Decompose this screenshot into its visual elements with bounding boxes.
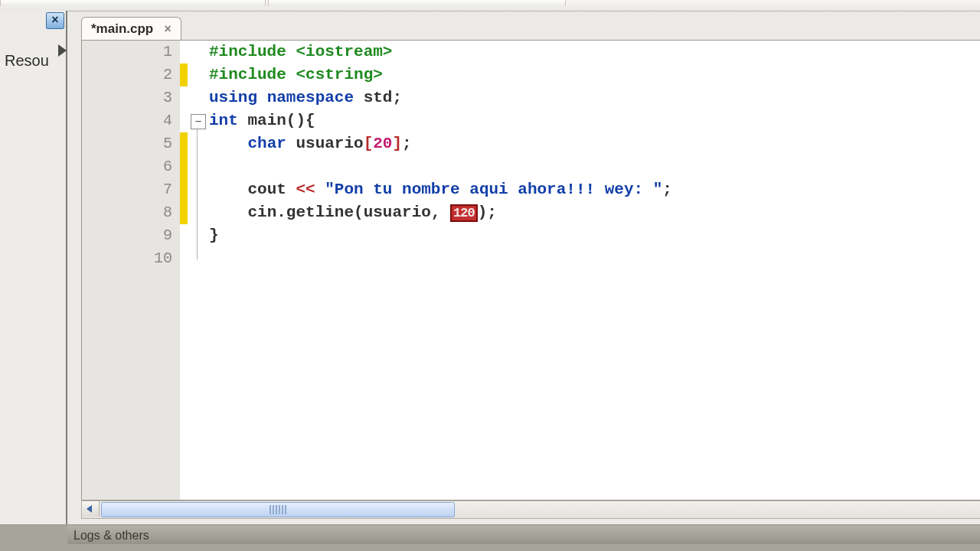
type-keyword: int	[209, 112, 247, 129]
code-editor[interactable]: 1 2 3 4 5 6 7 8 9 10 − #include <iostrea…	[81, 40, 980, 500]
resources-panel: × Resou	[0, 11, 67, 524]
bracket: ]	[392, 135, 402, 152]
brace: }	[209, 227, 219, 244]
line-number: 6	[142, 155, 172, 178]
logs-panel-header[interactable]	[67, 526, 980, 544]
identifier: cin	[247, 204, 276, 221]
code-content[interactable]: #include <iostream> #include <cstring> u…	[209, 41, 980, 500]
line-number-gutter: 1 2 3 4 5 6 7 8 9 10	[82, 41, 181, 500]
bracket: [	[364, 135, 374, 152]
preprocessor: #include	[209, 66, 296, 83]
resources-panel-label: Resou	[5, 52, 49, 70]
indent	[209, 204, 247, 221]
type-keyword: char	[247, 135, 296, 152]
fold-margin	[191, 41, 209, 500]
method-name: getline	[286, 204, 354, 221]
tab-main-cpp[interactable]: *main.cpp ×	[81, 17, 181, 41]
bottom-panel: Logs & others	[0, 524, 980, 551]
punct: ;	[402, 135, 412, 152]
fold-toggle[interactable]: −	[191, 114, 206, 129]
change-marker	[180, 64, 188, 86]
change-marker	[180, 132, 188, 224]
scroll-grip-icon	[270, 505, 286, 514]
keyword: using	[209, 89, 267, 106]
editor-tabbar: *main.cpp ×	[81, 17, 181, 40]
horizontal-scrollbar[interactable]	[81, 500, 980, 519]
tab-title: *main.cpp	[91, 21, 153, 36]
line-number: 3	[142, 86, 172, 109]
top-toolbar	[0, 0, 980, 11]
selected-text[interactable]: 120	[450, 204, 478, 222]
scroll-left-button[interactable]	[82, 501, 100, 517]
close-panel-button[interactable]: ×	[46, 12, 64, 29]
identifier: std	[364, 89, 393, 106]
toolbar-box	[0, 0, 266, 6]
include-header: <iostream>	[296, 43, 392, 60]
punct: .	[276, 204, 286, 221]
line-number: 9	[142, 224, 172, 247]
editor-area: *main.cpp × 1 2 3 4 5 6 7 8 9 10 − #incl…	[67, 11, 980, 524]
operator: <<	[296, 181, 325, 198]
change-margin	[180, 41, 191, 500]
line-number: 5	[142, 132, 172, 155]
args: (usuario,	[354, 204, 450, 221]
function-name: main	[247, 112, 286, 129]
scroll-thumb[interactable]	[101, 502, 455, 517]
line-number: 2	[142, 64, 172, 86]
expand-panel-icon[interactable]	[58, 44, 67, 57]
logs-panel-label: Logs & others	[74, 529, 149, 543]
line-number: 10	[142, 247, 172, 270]
punct: (){	[286, 112, 315, 129]
line-number: 8	[142, 201, 172, 224]
line-number: 7	[142, 178, 172, 201]
string-literal: "Pon tu nombre aqui ahora!!! wey: "	[325, 181, 662, 198]
fold-guide-line	[197, 129, 198, 259]
number-literal: 20	[373, 135, 392, 152]
line-number: 4	[142, 109, 172, 132]
indent	[209, 135, 247, 152]
indent	[209, 181, 247, 198]
toolbar-box	[268, 0, 566, 6]
include-header: <cstring>	[296, 66, 382, 83]
tab-close-button[interactable]: ×	[161, 22, 175, 36]
identifier: cout	[247, 181, 296, 198]
identifier: usuario	[296, 135, 363, 152]
args: );	[478, 204, 497, 221]
keyword: namespace	[267, 89, 364, 106]
punct: ;	[662, 181, 672, 198]
punct: ;	[392, 89, 402, 106]
preprocessor: #include	[209, 43, 296, 60]
line-number: 1	[142, 41, 172, 64]
